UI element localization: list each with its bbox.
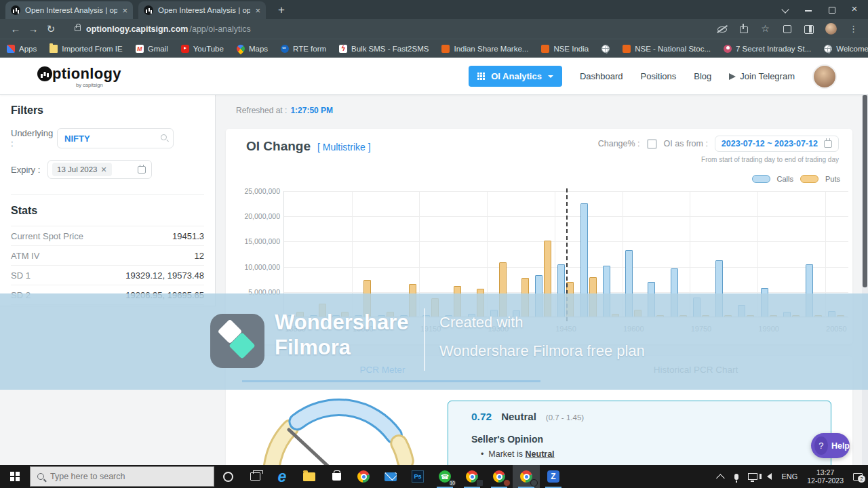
oi-analytics-label: OI Analytics xyxy=(491,71,542,81)
whatsapp-button[interactable]: ☎ 10 xyxy=(431,465,458,488)
brand-logo[interactable]: ptionlogy xyxy=(37,65,121,83)
share-icon[interactable] xyxy=(738,24,749,34)
bookmark-item[interactable]: Indian Share Marke... xyxy=(441,45,528,53)
task-view-button[interactable] xyxy=(241,465,269,488)
tab-title: Open Interest Analysis | optionlo xyxy=(25,6,117,14)
browser-menu-icon[interactable]: ⋮ xyxy=(848,24,859,34)
bookmark-star-icon[interactable]: ☆ xyxy=(760,24,770,34)
calls-legend-label[interactable]: Calls xyxy=(777,175,793,183)
user-avatar[interactable] xyxy=(812,64,837,89)
mail-button[interactable] xyxy=(377,465,404,488)
nav-positions[interactable]: Positions xyxy=(641,71,677,81)
tab-favicon xyxy=(11,5,20,15)
chrome-button[interactable] xyxy=(350,465,377,488)
page-scrollbar[interactable] xyxy=(862,95,868,465)
window-menu-chevron-icon[interactable] xyxy=(781,5,789,13)
browser-tab[interactable]: Open Interest Analysis | optionlo× xyxy=(138,1,266,19)
bookmark-item[interactable]: Bulk SMS - Fast2SMS xyxy=(339,45,429,53)
change-percent-checkbox[interactable] xyxy=(647,139,657,149)
oi-analytics-button[interactable]: OI Analytics xyxy=(469,66,562,87)
bookmark-item[interactable]: Imported From IE xyxy=(50,45,122,53)
store-button[interactable] xyxy=(323,465,350,488)
bookmark-item[interactable] xyxy=(601,45,610,53)
expiry-input[interactable]: 13 Jul 2023 ✕ xyxy=(47,160,152,179)
cortana-button[interactable] xyxy=(214,465,241,488)
display-icon[interactable] xyxy=(748,473,757,480)
bookmark-item[interactable]: Gmail xyxy=(136,45,168,53)
file-explorer-icon xyxy=(303,472,315,481)
forward-icon[interactable]: → xyxy=(24,23,42,35)
expiry-chip[interactable]: 13 Jul 2023 ✕ xyxy=(52,163,112,176)
browser-tab[interactable]: Open Interest Analysis | optionlo× xyxy=(5,1,133,19)
file-explorer-button[interactable] xyxy=(296,465,323,488)
nav-blog[interactable]: Blog xyxy=(694,71,711,81)
bookmark-item[interactable]: Maps xyxy=(237,45,268,53)
y-axis-tick-label: 15,000,000 xyxy=(226,237,280,245)
chrome-active-button[interactable] xyxy=(513,465,540,488)
speaker-icon[interactable] xyxy=(767,473,772,480)
language-indicator[interactable]: ENG xyxy=(781,472,797,481)
start-button[interactable] xyxy=(0,465,30,488)
action-center-icon[interactable]: 2 xyxy=(853,473,863,481)
tab-close-icon[interactable]: × xyxy=(255,6,260,15)
kite-button[interactable]: Z xyxy=(540,465,567,488)
taskbar-search[interactable] xyxy=(30,466,214,487)
microphone-icon[interactable] xyxy=(734,474,738,480)
url-host: optionlogy.capitsign.com xyxy=(86,24,188,34)
bookmark-item[interactable]: RTE form xyxy=(281,45,326,53)
url-box[interactable]: optionlogy.capitsign.com /app/oi-analyti… xyxy=(65,24,717,34)
taskbar: e Ps ☎ 10 Z ENG 13:27 12-07-2023 2 xyxy=(0,465,868,488)
system-tray: ENG 13:27 12-07-2023 2 xyxy=(719,468,868,485)
calendar-icon[interactable] xyxy=(138,166,146,174)
profile-avatar[interactable] xyxy=(825,23,837,35)
edge-button[interactable]: e xyxy=(269,465,296,488)
photoshop-button[interactable]: Ps xyxy=(404,465,431,488)
help-button[interactable]: ? Help xyxy=(811,433,850,458)
expiry-chip-label: 13 Jul 2023 xyxy=(57,165,97,174)
tab-close-icon[interactable]: × xyxy=(122,6,127,15)
mail-icon xyxy=(384,472,397,481)
puts-legend-swatch[interactable] xyxy=(800,175,818,183)
brand-name: ptionlogy xyxy=(52,65,121,83)
telegram-plane-icon xyxy=(729,73,736,80)
new-tab-button[interactable]: + xyxy=(273,1,290,19)
chrome-profile2-button[interactable] xyxy=(486,465,513,488)
reload-icon[interactable]: ↻ xyxy=(42,23,60,35)
bookmark-label: RTE form xyxy=(293,45,326,53)
bookmark-label: YouTube xyxy=(193,45,224,53)
date-range-picker[interactable]: 2023-07-12 ~ 2023-07-12 xyxy=(715,136,839,152)
globe-bookmark-icon xyxy=(601,45,610,53)
puts-legend-label[interactable]: Puts xyxy=(825,175,840,183)
minimize-icon[interactable] xyxy=(804,5,812,13)
bookmark-item[interactable]: NSE - National Stoc... xyxy=(623,45,711,53)
underlying-input[interactable]: NIFTY xyxy=(57,128,174,148)
tray-chevron-icon[interactable] xyxy=(716,474,725,483)
bookmark-item[interactable]: YouTube xyxy=(181,45,224,53)
taskbar-search-input[interactable] xyxy=(50,472,186,481)
side-panel-icon[interactable] xyxy=(804,24,814,34)
stat-row: Current Spot Price19451.3 xyxy=(11,226,204,246)
scrollbar-thumb[interactable] xyxy=(863,95,867,287)
card-subtitle-multistrike[interactable]: [ Multistrike ] xyxy=(317,142,371,152)
bookmark-item[interactable]: Apps xyxy=(7,45,37,53)
y-axis-tick-label: 25,000,000 xyxy=(226,187,280,195)
close-window-icon[interactable]: × xyxy=(850,5,859,13)
maximize-icon[interactable] xyxy=(827,5,835,13)
bookmark-label: 7 Secret Intraday St... xyxy=(736,45,811,53)
chrome-profile1-button[interactable] xyxy=(458,465,486,488)
clock[interactable]: 13:27 12-07-2023 xyxy=(807,468,844,485)
back-icon[interactable]: ← xyxy=(7,23,24,35)
password-eye-icon[interactable] xyxy=(717,24,727,34)
bookmark-item[interactable]: 7 Secret Intraday St... xyxy=(724,45,811,53)
join-telegram-link[interactable]: Join Telegram xyxy=(729,71,795,81)
stat-value: 19451.3 xyxy=(172,231,204,241)
bookmark-label: Bulk SMS - Fast2SMS xyxy=(351,45,429,53)
extensions-icon[interactable] xyxy=(782,24,792,34)
bookmark-item[interactable]: Welcome to HDFC... xyxy=(824,45,868,53)
bookmark-item[interactable]: NSE India xyxy=(541,45,589,53)
calls-legend-swatch[interactable] xyxy=(752,175,770,183)
nav-dashboard[interactable]: Dashboard xyxy=(580,71,623,81)
remove-expiry-icon[interactable]: ✕ xyxy=(100,165,106,174)
app-header: ptionlogy by capitsign OI Analytics Dash… xyxy=(0,58,868,95)
person-bookmark-icon xyxy=(724,45,732,53)
